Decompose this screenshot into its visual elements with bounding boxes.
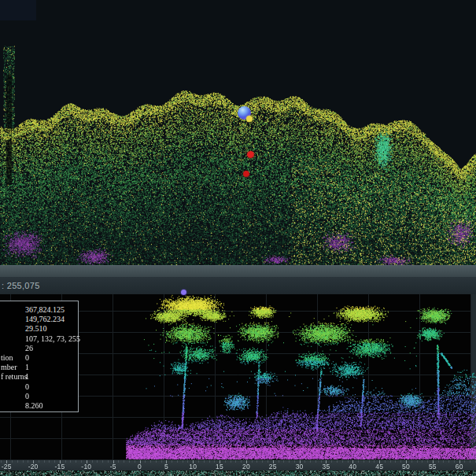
ruler-minor-tick xyxy=(209,460,210,463)
ruler-minor-tick xyxy=(172,460,172,463)
ruler-tick-label: 25 xyxy=(269,463,277,470)
ruler-minor-tick xyxy=(161,460,162,463)
ruler-minor-tick xyxy=(12,460,13,463)
ruler-minor-tick xyxy=(252,460,253,463)
ruler-minor-tick xyxy=(129,460,130,463)
bottom-edge-strip xyxy=(0,470,476,476)
attribute-value: 26 xyxy=(25,344,33,353)
ruler-minor-tick xyxy=(289,460,290,463)
canopy-3d-viewport[interactable] xyxy=(0,0,476,265)
ruler-minor-tick xyxy=(17,460,18,463)
ruler-minor-tick xyxy=(470,460,470,463)
ruler-tick-label: 10 xyxy=(189,463,197,470)
ruler-minor-tick xyxy=(443,460,444,463)
ruler-minor-tick xyxy=(448,460,449,463)
ruler-minor-tick xyxy=(283,460,284,463)
attribute-value: 0 xyxy=(25,392,29,401)
attribute-label: tion xyxy=(1,353,13,363)
ruler-minor-tick xyxy=(417,460,418,463)
ruler-minor-tick xyxy=(65,460,66,463)
ruler-minor-tick xyxy=(279,460,279,463)
ruler-minor-tick xyxy=(411,460,412,463)
ruler-tick-label: -5 xyxy=(110,463,116,470)
status-bar: : 255,075 xyxy=(0,277,476,294)
attribute-label: mber xyxy=(1,363,17,372)
point-attribute-row: mber1 xyxy=(0,363,78,372)
ruler-tick-label: 30 xyxy=(296,463,304,470)
ruler-tick-label: 40 xyxy=(349,463,356,470)
ruler-minor-tick xyxy=(214,460,215,463)
ruler-minor-tick xyxy=(315,460,316,463)
ruler-minor-tick xyxy=(177,460,178,463)
point-attribute-row: 149,762.234 xyxy=(0,315,78,324)
point-attribute-row: 26 xyxy=(0,344,78,353)
ruler-minor-tick xyxy=(337,460,338,463)
ruler-minor-tick xyxy=(331,460,332,463)
ruler-tick-label: 35 xyxy=(323,463,330,470)
ruler-minor-tick xyxy=(438,460,439,463)
lidar-app-window: : 255,075 367,824.125149,762.23429.51010… xyxy=(0,0,476,476)
ruler-minor-tick xyxy=(464,460,465,463)
ruler-tick-label: 50 xyxy=(402,463,410,470)
attribute-value: 149,762.234 xyxy=(25,315,65,324)
ruler-minor-tick xyxy=(198,460,199,463)
ruler-minor-tick xyxy=(124,460,124,463)
ruler-minor-tick xyxy=(145,460,146,463)
point-attribute-row: 0 xyxy=(0,382,78,392)
ruler-minor-tick xyxy=(118,460,119,463)
ruler-minor-tick xyxy=(256,460,257,463)
point-attribute-row: f returns1 xyxy=(0,372,78,382)
ruler-minor-tick xyxy=(363,460,364,463)
ruler-minor-tick xyxy=(231,460,231,463)
ruler-minor-tick xyxy=(23,460,24,463)
ruler-minor-tick xyxy=(262,460,263,463)
ruler-minor-tick xyxy=(76,460,76,463)
ruler-minor-tick xyxy=(310,460,311,463)
ruler-tick-label: 60 xyxy=(456,463,463,470)
ruler-tick-label: -20 xyxy=(28,463,39,470)
ruler-tick-label: 15 xyxy=(216,463,223,470)
ruler-minor-tick xyxy=(390,460,391,463)
ruler-minor-tick xyxy=(268,460,268,463)
ruler-tick-label: -15 xyxy=(54,463,65,470)
attribute-value: 1 xyxy=(25,372,29,382)
ruler-minor-tick xyxy=(108,460,109,463)
point-attribute-row: 29.510 xyxy=(0,324,78,334)
ruler-minor-tick xyxy=(44,460,45,463)
point-attribute-row: 367,824.125 xyxy=(0,305,78,315)
point-info-panel: 367,824.125149,762.23429.510107, 132, 73… xyxy=(0,301,79,412)
ruler-minor-tick xyxy=(102,460,103,463)
viewport-divider-bar xyxy=(0,265,476,277)
status-point-count: : 255,075 xyxy=(0,281,40,290)
ruler-minor-tick xyxy=(204,460,205,463)
ruler-minor-tick xyxy=(422,460,422,463)
point-attribute-row: 0 xyxy=(0,392,78,401)
ruler-tick-label: 55 xyxy=(429,463,437,470)
point-attribute-row: 107, 132, 73, 255 xyxy=(0,334,78,344)
attribute-value: 0 xyxy=(25,382,29,392)
ruler-minor-tick xyxy=(342,460,343,463)
ruler-minor-tick xyxy=(235,460,236,463)
ruler-minor-tick xyxy=(358,460,359,463)
point-attribute-row: 8.260 xyxy=(0,401,78,411)
ruler-tick-label: 5 xyxy=(164,463,168,470)
ruler-minor-tick xyxy=(304,460,305,463)
attribute-value: 0 xyxy=(25,353,29,363)
ruler-minor-tick xyxy=(395,460,396,463)
ruler-tick-label: 45 xyxy=(375,463,383,470)
ruler-minor-tick xyxy=(97,460,98,463)
attribute-value: 367,824.125 xyxy=(25,305,65,315)
ruler-minor-tick xyxy=(150,460,151,463)
ruler-minor-tick xyxy=(348,460,349,463)
point-attribute-row: tion0 xyxy=(0,353,78,363)
ruler-minor-tick xyxy=(70,460,71,463)
ruler-minor-tick xyxy=(39,460,39,463)
ruler-minor-tick xyxy=(225,460,226,463)
ruler-minor-tick xyxy=(92,460,93,463)
attribute-value: 1 xyxy=(25,363,29,372)
attribute-value: 107, 132, 73, 255 xyxy=(25,334,80,344)
ruler-tick-label: 20 xyxy=(242,463,250,470)
ruler-minor-tick xyxy=(135,460,135,463)
ruler-minor-tick xyxy=(156,460,157,463)
horizontal-ruler: -25-20-15-10-5051015202530354045505560 xyxy=(0,460,476,470)
